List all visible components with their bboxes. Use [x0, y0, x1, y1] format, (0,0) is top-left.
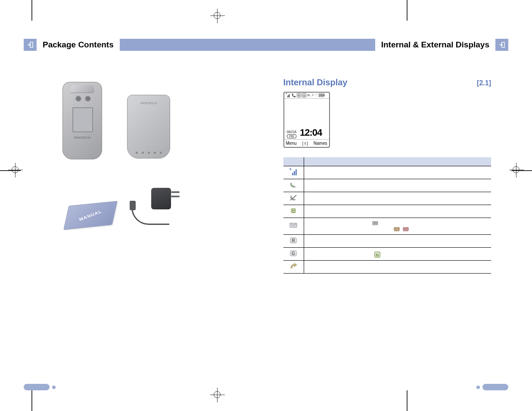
svg-rect-2	[287, 96, 288, 97]
table-cell-desc	[304, 179, 492, 192]
table-header-desc	[304, 157, 492, 166]
footer-dot	[476, 386, 480, 389]
table-cell-desc	[304, 166, 492, 179]
section-number: [2.1]	[477, 79, 491, 87]
header-fill	[120, 39, 375, 51]
display-softkeys: Menu [ ℓ ] Names	[284, 139, 329, 147]
crop-mark	[31, 0, 32, 21]
battery-illustration: PANTECH	[127, 95, 170, 159]
divert-icon: ↗	[311, 93, 314, 97]
table-header-icon	[283, 157, 304, 166]
table-cell-desc	[304, 205, 492, 218]
vibrate-mode-icon	[289, 207, 298, 214]
gprs-icon: G	[289, 250, 298, 257]
message-icon	[289, 222, 298, 229]
display-date: 06/18 FRI	[287, 130, 297, 138]
registration-mark	[8, 163, 23, 177]
envelope-icon: ✉	[307, 93, 310, 97]
crop-mark	[407, 390, 408, 411]
softkey-left: Menu	[286, 141, 297, 146]
footer-dot	[52, 386, 56, 389]
svg-rect-4	[289, 94, 290, 97]
r-icon: R	[297, 93, 301, 98]
mms-full-icon	[403, 227, 409, 232]
header-decoration-left	[24, 39, 37, 51]
svg-text:R: R	[292, 238, 296, 243]
header-bar: Package Contents Internal & External Dis…	[24, 39, 508, 51]
table-row	[283, 205, 492, 218]
table-row	[283, 192, 492, 205]
manual-illustration: MANUAL	[63, 201, 117, 230]
phone-illustration: PANTECH	[62, 82, 102, 159]
signal-icon	[286, 93, 291, 98]
header-title-right: Internal & External Displays	[375, 39, 495, 51]
svg-rect-12	[321, 94, 322, 96]
svg-text:R: R	[298, 94, 300, 97]
table-cell-desc	[304, 234, 492, 247]
table-row: R	[283, 234, 492, 247]
charger-illustration	[130, 188, 186, 227]
table-cell-desc	[304, 218, 492, 234]
enter-icon	[27, 42, 33, 48]
registration-mark	[210, 9, 225, 23]
icon-description-table: R G G	[283, 157, 492, 274]
page-number-right	[482, 384, 491, 390]
softkey-center: [ ℓ ]	[302, 141, 308, 146]
battery-icon	[319, 93, 325, 98]
softkey-right: Names	[314, 141, 327, 146]
header-title-left: Package Contents	[37, 39, 120, 51]
table-row	[283, 179, 492, 192]
call-divert-icon	[289, 263, 298, 270]
phone-brand-label: PANTECH	[63, 136, 102, 140]
svg-rect-15	[294, 171, 295, 175]
svg-point-20	[294, 209, 295, 210]
call-in-progress-icon	[289, 181, 298, 188]
display-day-value: FRI	[287, 134, 297, 138]
crop-mark	[407, 0, 408, 21]
phone-icon: 📞	[292, 93, 296, 97]
display-status-bar: 📞 R G ✉ ↗ ♡	[284, 93, 329, 99]
roaming-icon: R	[289, 237, 298, 244]
table-cell-desc: G	[304, 247, 492, 260]
page-internal-display: Internal Display [2.1] 📞 R G ✉ ↗ ♡	[266, 60, 509, 377]
svg-rect-16	[296, 169, 297, 175]
internal-display-mock: 📞 R G ✉ ↗ ♡ 06/18 FRI 12:04	[283, 92, 330, 148]
svg-text:G: G	[303, 94, 305, 97]
svg-text:G: G	[376, 252, 379, 257]
table-cell-desc	[304, 260, 492, 273]
svg-rect-10	[324, 94, 325, 96]
header-decoration-right	[495, 39, 508, 51]
display-date-value: 06/18	[287, 130, 297, 134]
section-title: Internal Display	[283, 78, 348, 87]
svg-text:G: G	[292, 251, 295, 256]
footer-page-left	[24, 384, 56, 390]
registration-mark	[210, 388, 225, 402]
out-of-range-icon	[289, 194, 298, 201]
svg-point-24	[376, 223, 377, 224]
table-cell-desc	[304, 192, 492, 205]
svg-rect-13	[322, 94, 323, 96]
crop-mark	[31, 390, 32, 411]
vibrate-icon: ♡	[315, 93, 318, 97]
svg-rect-3	[288, 95, 289, 97]
table-row: G G	[283, 247, 492, 260]
battery-brand-label: PANTECH	[128, 101, 170, 105]
enter-icon	[499, 42, 505, 48]
voice-msg-icon	[372, 221, 378, 226]
svg-point-19	[292, 209, 293, 210]
signal-strength-icon	[289, 168, 298, 175]
manual-label: MANUAL	[78, 209, 103, 222]
page-number-left	[41, 384, 50, 390]
svg-rect-22	[373, 221, 378, 225]
display-time: 12:04	[300, 127, 322, 138]
gprs-small-icon: G	[374, 252, 380, 257]
table-row	[283, 260, 492, 273]
sms-full-icon	[394, 227, 400, 232]
table-row	[283, 166, 492, 179]
svg-rect-11	[320, 94, 320, 96]
page-package-contents: PANTECH PANTECH MANUAL	[24, 60, 266, 377]
registration-mark	[509, 163, 524, 177]
table-row	[283, 218, 492, 234]
svg-point-23	[374, 223, 375, 224]
g-icon: G	[302, 93, 306, 98]
